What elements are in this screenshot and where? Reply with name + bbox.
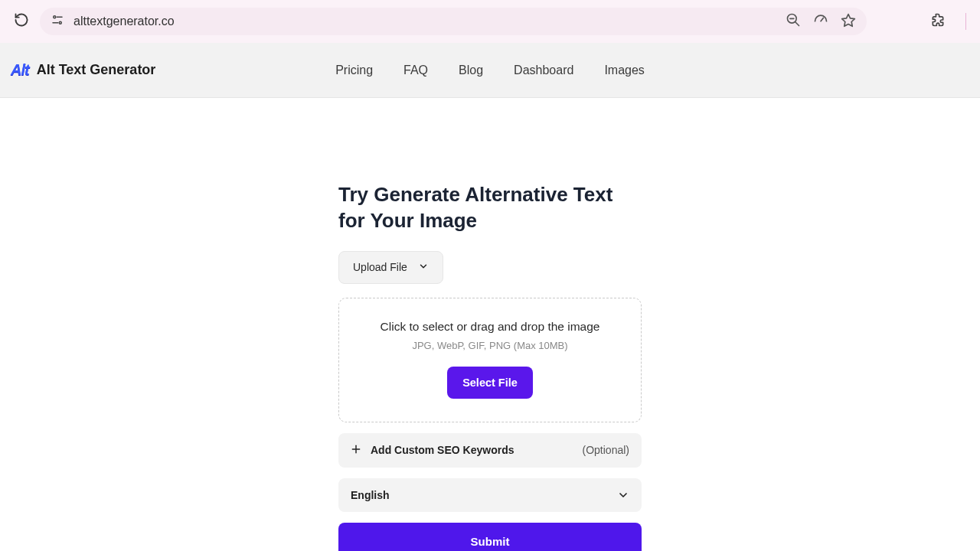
address-bar-url: alttextgenerator.co: [74, 15, 175, 28]
seo-optional-label: (Optional): [583, 444, 629, 456]
site-settings-icon[interactable]: [51, 13, 64, 30]
svg-point-2: [59, 21, 61, 24]
extensions-icon[interactable]: [930, 12, 946, 31]
main-content: Try Generate Alternative Text for Your I…: [0, 98, 980, 551]
site-header: Alt Alt Text Generator Pricing FAQ Blog …: [0, 43, 980, 98]
performance-icon[interactable]: [813, 12, 828, 31]
zoom-icon[interactable]: [786, 12, 801, 31]
upload-mode-label: Upload File: [353, 261, 407, 273]
chevron-down-icon: [418, 261, 429, 274]
chevron-down-icon: [617, 489, 629, 501]
reload-button[interactable]: [14, 12, 29, 31]
brand-logo-icon: Alt: [11, 61, 29, 79]
page-headline: Try Generate Alternative Text for Your I…: [338, 182, 642, 234]
svg-line-5: [795, 22, 799, 26]
language-dropdown[interactable]: English: [338, 478, 642, 512]
nav-blog[interactable]: Blog: [459, 64, 483, 77]
svg-marker-7: [842, 15, 855, 27]
nav-images[interactable]: Images: [604, 64, 644, 77]
bookmark-star-icon[interactable]: [841, 12, 856, 31]
nav-faq[interactable]: FAQ: [403, 64, 428, 77]
select-file-button[interactable]: Select File: [447, 367, 533, 399]
upload-dropzone[interactable]: Click to select or drag and drop the ima…: [338, 298, 642, 422]
brand-name: Alt Text Generator: [37, 62, 156, 78]
main-nav: Pricing FAQ Blog Dashboard Images: [335, 64, 645, 77]
brand[interactable]: Alt Alt Text Generator: [11, 61, 155, 79]
divider: [965, 13, 966, 30]
plus-icon: [351, 444, 361, 457]
address-bar[interactable]: alttextgenerator.co: [40, 8, 867, 35]
dropzone-subtitle: JPG, WebP, GIF, PNG (Max 10MB): [354, 340, 626, 351]
nav-dashboard[interactable]: Dashboard: [514, 64, 573, 77]
submit-button[interactable]: Submit: [338, 523, 642, 551]
nav-pricing[interactable]: Pricing: [335, 64, 373, 77]
upload-mode-dropdown[interactable]: Upload File: [338, 251, 443, 284]
language-selected: English: [351, 489, 390, 501]
seo-label: Add Custom SEO Keywords: [371, 444, 514, 456]
browser-chrome: alttextgenerator.co: [0, 0, 980, 43]
add-seo-keywords-row[interactable]: Add Custom SEO Keywords (Optional): [338, 433, 642, 468]
svg-point-0: [54, 16, 56, 18]
dropzone-title: Click to select or drag and drop the ima…: [354, 320, 626, 334]
